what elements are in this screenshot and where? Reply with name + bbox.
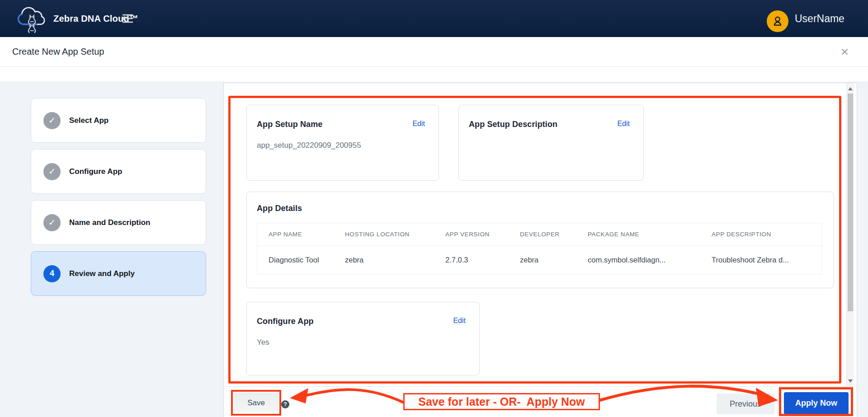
column-header: APP NAME: [257, 231, 334, 238]
check-icon: ✓: [48, 217, 56, 228]
zebra-cloud-dna-logo-icon: [14, 4, 49, 34]
zebra-dna-cloud-app: Zebra DNA Cloud™ UserName Create New App…: [0, 0, 868, 417]
step-label: Review and Apply: [69, 269, 135, 278]
app-details-card: App Details APP NAME HOSTING LOCATION AP…: [246, 192, 834, 288]
step-label: Name and Description: [69, 218, 151, 227]
column-header: DEVELOPER: [509, 231, 576, 238]
step-review-apply[interactable]: 4 Review and Apply: [31, 251, 206, 296]
close-icon[interactable]: ✕: [840, 37, 849, 67]
table-header-row: APP NAME HOSTING LOCATION APP VERSION DE…: [257, 223, 821, 246]
check-icon: ✓: [48, 115, 56, 126]
step-label: Select App: [69, 116, 108, 125]
username-label[interactable]: UserName: [795, 0, 844, 37]
step-number: 4: [50, 269, 54, 278]
card-title: App Setup Description: [469, 120, 557, 129]
scroll-up-arrow[interactable]: [847, 85, 854, 92]
column-header: APP DESCRIPTION: [700, 231, 821, 238]
column-header: APP VERSION: [434, 231, 509, 238]
table-row: Diagnostic Tool zebra 2.7.0.3 zebra com.…: [257, 246, 821, 274]
step-name-description[interactable]: ✓ Name and Description: [31, 200, 206, 245]
cell-package-name: com.symbol.selfdiagn...: [576, 256, 700, 264]
card-title: Configure App: [257, 317, 314, 326]
edit-description-link[interactable]: Edit: [617, 120, 630, 128]
scroll-down-arrow[interactable]: [847, 377, 854, 384]
configure-app-card: Configure App Edit Yes: [246, 302, 480, 375]
menu-collapse-icon[interactable]: [120, 13, 134, 24]
app-setup-description-card: App Setup Description Edit: [458, 105, 644, 181]
check-icon: ✓: [48, 166, 56, 177]
cell-app-version: 2.7.0.3: [434, 256, 509, 264]
topbar: Zebra DNA Cloud™ UserName: [0, 0, 868, 37]
configure-app-value: Yes: [247, 326, 479, 347]
step-configure-app[interactable]: ✓ Configure App: [31, 149, 206, 194]
cell-developer: zebra: [509, 256, 576, 264]
app-setup-name-value: app_setup_20220909_200955: [247, 129, 439, 150]
user-avatar[interactable]: [767, 10, 788, 32]
column-header: HOSTING LOCATION: [334, 231, 434, 238]
step-done-circle: ✓: [43, 112, 61, 129]
step-done-circle: ✓: [43, 163, 61, 180]
app-setup-description-value: [459, 129, 643, 141]
dialog-header: Create New App Setup ✕: [0, 37, 868, 67]
scrollbar[interactable]: [846, 83, 854, 386]
help-icon[interactable]: ?: [281, 400, 289, 408]
cell-hosting-location: zebra: [334, 256, 434, 264]
column-header: PACKAGE NAME: [576, 231, 700, 238]
step-done-circle: ✓: [43, 214, 61, 231]
scrollbar-thumb[interactable]: [848, 94, 853, 311]
card-title: App Setup Name: [257, 120, 322, 129]
previous-button[interactable]: Previous: [717, 394, 774, 414]
page-title: Create New App Setup: [12, 47, 104, 57]
save-button[interactable]: Save: [234, 393, 278, 413]
cell-app-name: Diagnostic Tool: [257, 256, 334, 264]
edit-name-link[interactable]: Edit: [412, 120, 425, 128]
card-title: App Details: [257, 204, 302, 213]
edit-configure-link[interactable]: Edit: [453, 317, 466, 325]
apply-now-button[interactable]: Apply Now: [784, 392, 849, 414]
cell-app-description: Troubleshoot Zebra d...: [700, 256, 821, 264]
step-label: Configure App: [69, 167, 122, 176]
app-setup-name-card: App Setup Name Edit app_setup_20220909_2…: [246, 105, 439, 181]
step-select-app[interactable]: ✓ Select App: [31, 98, 206, 143]
app-details-table: APP NAME HOSTING LOCATION APP VERSION DE…: [257, 223, 822, 274]
person-icon: [770, 14, 785, 28]
step-number-circle: 4: [43, 265, 61, 282]
